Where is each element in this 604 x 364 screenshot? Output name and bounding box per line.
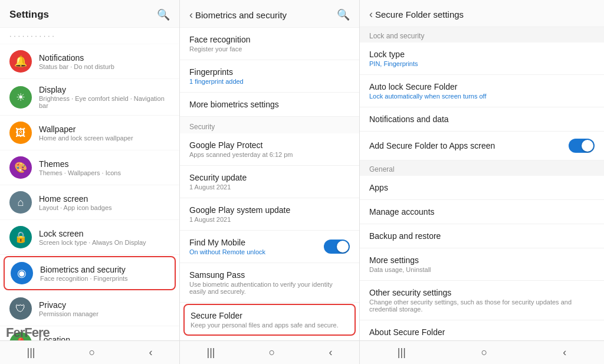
settings-list: 🔔 Notifications Status bar · Do not dist… xyxy=(0,44,179,340)
right-general-item-4[interactable]: Other security settings Change other sec… xyxy=(360,281,604,320)
icon-themes: 🎨 xyxy=(9,156,32,179)
mid-title: Biometrics and security xyxy=(195,10,287,20)
toggle-3[interactable] xyxy=(324,240,350,254)
left-title: Settings xyxy=(9,9,49,21)
icon-privacy: 🛡 xyxy=(9,297,32,320)
right-title: Secure Folder settings xyxy=(375,9,464,19)
right-toggle-3[interactable] xyxy=(569,139,595,153)
mid-panel: ‹ Biometrics and security 🔍 Face recogni… xyxy=(180,0,360,364)
right-general-item-2[interactable]: Backup and restore xyxy=(360,224,604,248)
right-nav-home[interactable]: ○ xyxy=(470,343,500,362)
icon-wallpaper: 🖼 xyxy=(9,122,32,144)
right-nav-back[interactable]: ‹ xyxy=(551,343,578,362)
item-subtitle-homescreen: Layout · App icon badges xyxy=(39,204,170,211)
left-panel: Settings 🔍 · · · · · · · · · · · 🔔 Notif… xyxy=(0,0,180,364)
mid-search-icon[interactable]: 🔍 xyxy=(337,8,350,21)
item-title-biometrics: Biometrics and security xyxy=(40,265,169,274)
bio-item-2[interactable]: More biometrics settings xyxy=(180,93,359,117)
security-item-2[interactable]: Google Play system update 1 August 2021 xyxy=(180,198,359,231)
right-nav-recent[interactable]: ||| xyxy=(386,343,418,362)
left-nav-back[interactable]: ‹ xyxy=(137,343,164,362)
right-lock-list: Lock type PIN, Fingerprints Auto lock Se… xyxy=(360,42,604,160)
right-general-item-5[interactable]: About Secure Folder xyxy=(360,320,604,340)
right-lock-item-0[interactable]: Lock type PIN, Fingerprints xyxy=(360,42,604,75)
item-title-notifications: Notifications xyxy=(39,53,170,63)
icon-display: ☀ xyxy=(9,86,32,109)
left-body: · · · · · · · · · · · 🔔 Notifications St… xyxy=(0,28,179,340)
item-title-lockscreen: Lock screen xyxy=(39,229,170,238)
settings-item-biometrics[interactable]: ◉ Biometrics and security Face recogniti… xyxy=(4,256,176,290)
item-subtitle-biometrics: Face recognition · Fingerprints xyxy=(40,275,169,282)
mid-header: ‹ Biometrics and security 🔍 xyxy=(180,0,359,28)
mid-back-button[interactable]: ‹ Biometrics and security xyxy=(189,9,287,21)
settings-item-homescreen[interactable]: ⌂ Home screen Layout · App icon badges xyxy=(0,185,179,220)
item-title-wallpaper: Wallpaper xyxy=(39,124,170,134)
settings-item-lockscreen[interactable]: 🔒 Lock screen Screen lock type · Always … xyxy=(0,220,179,255)
item-subtitle-privacy: Permission manager xyxy=(39,310,170,317)
settings-item-privacy[interactable]: 🛡 Privacy Permission manager xyxy=(0,291,179,326)
security-list: Google Play Protect Apps scanned yesterd… xyxy=(180,133,359,340)
item-subtitle-lockscreen: Screen lock type · Always On Display xyxy=(39,239,170,246)
biometrics-list: Face recognition Register your face Fing… xyxy=(180,28,359,117)
right-general-item-0[interactable]: Apps xyxy=(360,176,604,200)
settings-item-wallpaper[interactable]: 🖼 Wallpaper Home and lock screen wallpap… xyxy=(0,116,179,150)
left-nav-recent[interactable]: ||| xyxy=(15,343,47,362)
security-section-label: Security xyxy=(180,117,359,133)
item-subtitle-wallpaper: Home and lock screen wallpaper xyxy=(39,135,170,142)
mid-body: Face recognition Register your face Fing… xyxy=(180,28,359,340)
right-general-item-3[interactable]: More settings Data usage, Uninstall xyxy=(360,248,604,281)
mid-nav-recent[interactable]: ||| xyxy=(195,343,227,362)
mid-nav-back[interactable]: ‹ xyxy=(317,343,344,362)
icon-biometrics: ◉ xyxy=(11,262,33,284)
right-bottom-nav: ||| ○ ‹ xyxy=(360,340,604,364)
security-item-1[interactable]: Security update 1 August 2021 xyxy=(180,166,359,198)
mid-bottom-nav: ||| ○ ‹ xyxy=(180,340,359,364)
right-lock-item-2[interactable]: Notifications and data xyxy=(360,107,604,132)
right-back-button[interactable]: ‹ Secure Folder settings xyxy=(369,8,464,21)
bio-item-1[interactable]: Fingerprints 1 fingerprint added xyxy=(180,60,359,93)
left-bottom-nav: ||| ○ ‹ xyxy=(0,340,179,364)
icon-homescreen: ⌂ xyxy=(9,191,32,214)
mid-nav-home[interactable]: ○ xyxy=(257,343,287,362)
right-lock-item-3[interactable]: Add Secure Folder to Apps screen xyxy=(360,132,604,160)
right-general-list: Apps Manage accounts Backup and restore … xyxy=(360,176,604,340)
left-header: Settings 🔍 xyxy=(0,0,179,28)
right-general-section-label: General xyxy=(360,160,604,176)
right-panel: ‹ Secure Folder settings Lock and securi… xyxy=(360,0,604,364)
security-item-4[interactable]: Samsung Pass Use biometric authenticatio… xyxy=(180,263,359,303)
right-back-arrow: ‹ xyxy=(369,8,373,21)
settings-item-notifications[interactable]: 🔔 Notifications Status bar · Do not dist… xyxy=(0,44,179,79)
settings-item-themes[interactable]: 🎨 Themes Themes · Wallpapers · Icons xyxy=(0,150,179,185)
right-lock-item-1[interactable]: Auto lock Secure Folder Lock automatical… xyxy=(360,75,604,107)
security-item-5[interactable]: Secure Folder Keep your personal files a… xyxy=(183,304,356,336)
right-header: ‹ Secure Folder settings xyxy=(360,0,604,27)
bio-item-0[interactable]: Face recognition Register your face xyxy=(180,28,359,60)
faded-top-item: · · · · · · · · · · · xyxy=(0,28,179,44)
left-nav-home[interactable]: ○ xyxy=(77,343,107,362)
item-subtitle-notifications: Status bar · Do not disturb xyxy=(39,63,170,70)
private-share-item[interactable]: Private Share xyxy=(180,337,359,340)
item-title-privacy: Privacy xyxy=(39,300,170,310)
right-general-item-1[interactable]: Manage accounts xyxy=(360,200,604,224)
left-search-icon[interactable]: 🔍 xyxy=(157,8,170,21)
item-title-homescreen: Home screen xyxy=(39,194,170,204)
mid-back-arrow: ‹ xyxy=(189,9,193,21)
settings-item-display[interactable]: ☀ Display Brightness · Eye comfort shiel… xyxy=(0,79,179,116)
settings-item-location[interactable]: 📍 Location Location permissions · Locati… xyxy=(0,326,179,340)
icon-location: 📍 xyxy=(9,332,32,340)
item-subtitle-themes: Themes · Wallpapers · Icons xyxy=(39,169,170,176)
right-lock-section-label: Lock and security xyxy=(360,27,604,42)
security-item-3[interactable]: Find My Mobile On without Remote unlock xyxy=(180,231,359,263)
right-body: Lock and security Lock type PIN, Fingerp… xyxy=(360,27,604,340)
item-subtitle-display: Brightness · Eye comfort shield · Naviga… xyxy=(39,95,170,109)
icon-notifications: 🔔 xyxy=(9,50,32,73)
security-item-0[interactable]: Google Play Protect Apps scanned yesterd… xyxy=(180,133,359,166)
item-title-themes: Themes xyxy=(39,159,170,169)
item-title-location: Location xyxy=(39,335,170,341)
icon-lockscreen: 🔒 xyxy=(9,226,32,248)
item-title-display: Display xyxy=(39,85,170,94)
